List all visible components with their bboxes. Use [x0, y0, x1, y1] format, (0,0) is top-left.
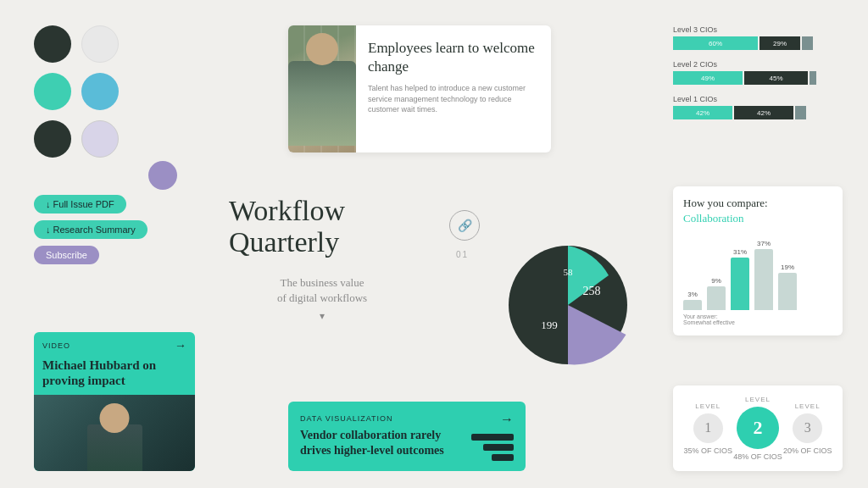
swatch-lavender [81, 120, 119, 158]
article-image [288, 25, 356, 152]
pie-label-58: 58 [564, 267, 574, 277]
level-2-item: LEVEL 2 48% OF CIOS [733, 396, 782, 461]
level-1-circle: 1 [693, 413, 723, 443]
barchart-level1-label: Level 1 CIOs [673, 95, 843, 103]
barchart-level1: Level 1 CIOs 42% 42% [673, 95, 843, 119]
level-section: LEVEL 1 35% OF CIOS LEVEL 2 48% OF CIOS … [673, 385, 843, 471]
person-figure [85, 403, 144, 471]
level-2-circle: 2 [737, 407, 779, 449]
compare-bar-2-value: 9% [711, 277, 721, 285]
video-card-header: VIDEO → [34, 332, 195, 356]
color-swatches [34, 25, 119, 158]
compare-bar-1-rect [683, 300, 702, 310]
level-2-label: LEVEL [745, 396, 771, 403]
workflow-section: WorkflowQuarterly The business valueof d… [229, 195, 415, 323]
dataviz-right: → [471, 412, 514, 461]
bar-seg-7: 42% [673, 106, 732, 119]
dataviz-title: Vendor collaboration rarely drives highe… [300, 428, 471, 458]
video-label: VIDEO [42, 341, 70, 350]
dataviz-bar-2 [483, 444, 514, 451]
level-3-percent: 20% OF CIOS [783, 446, 832, 455]
barchart-level2-row: 49% 45% [673, 71, 843, 85]
link-icon[interactable]: 🔗 [449, 210, 480, 241]
compare-bar-4-value: 37% [757, 240, 771, 247]
barchart-level1-row: 42% 42% [673, 106, 843, 119]
video-card[interactable]: VIDEO → Michael Hubbard on proving impac… [34, 332, 195, 471]
research-summary-button[interactable]: ↓ Research Summary [34, 220, 147, 239]
dataviz-card[interactable]: DATA VISUALIZATION Vendor collaboration … [288, 402, 526, 471]
compare-bar-5: 19% [778, 263, 797, 310]
article-person-figure [288, 33, 356, 146]
barchart-level2-label: Level 2 CIOs [673, 60, 843, 69]
bar-seg-6 [810, 71, 816, 85]
bar-seg-5: 45% [744, 71, 808, 85]
bar-seg-4: 49% [673, 71, 743, 85]
article-title: Employees learn to welcome change [368, 39, 539, 76]
level-3-circle: 3 [793, 413, 822, 443]
video-thumbnail [34, 395, 195, 471]
action-buttons: ↓ Full Issue PDF ↓ Research Summary Subs… [34, 195, 147, 264]
compare-bar-5-rect [778, 273, 797, 310]
level-2-number: 2 [753, 417, 762, 439]
article-card[interactable]: Employees learn to welcome change Talent… [288, 25, 551, 152]
full-issue-pdf-button[interactable]: ↓ Full Issue PDF [34, 195, 126, 214]
compare-bar-2-rect [707, 286, 726, 310]
bar-seg-2: 29% [760, 36, 800, 50]
barchart-level3: Level 3 CIOs 60% 29% [673, 25, 843, 50]
dataviz-content: DATA VISUALIZATION Vendor collaboration … [300, 414, 471, 458]
barchart-level2: Level 2 CIOs 49% 45% [673, 60, 843, 85]
workflow-dots: ▾ [229, 310, 415, 323]
pie-chart-svg: 258 199 58 [500, 237, 636, 373]
issue-number: 01 [456, 250, 469, 259]
person-head [100, 403, 130, 433]
compare-answer: Your answer:Somewhat effective [683, 313, 832, 325]
bar-seg-9 [795, 106, 806, 119]
level-2-percent: 48% OF CIOS [733, 452, 782, 461]
barchart-level3-label: Level 3 CIOs [673, 25, 843, 34]
link-symbol: 🔗 [458, 219, 472, 233]
swatch-purple-container [148, 161, 177, 190]
bar-charts-section: Level 3 CIOs 60% 29% Level 2 CIOs 49% 45… [673, 25, 843, 130]
swatch-dark-teal [34, 25, 71, 63]
compare-bar-3: 31% [731, 248, 749, 310]
workflow-subtitle: The business valueof digital workflows [229, 275, 415, 306]
compare-bar-4: 37% [754, 240, 773, 310]
compare-bar-1-value: 3% [687, 291, 698, 298]
level-1-item: LEVEL 1 35% OF CIOS [684, 402, 733, 455]
pie-label-258: 258 [583, 285, 601, 297]
swatch-purple [148, 161, 177, 190]
compare-bar-2: 9% [707, 277, 726, 310]
level-3-number: 3 [804, 420, 811, 435]
barchart-level3-row: 60% 29% [673, 36, 843, 50]
compare-bar-1: 3% [683, 291, 702, 310]
bar-seg-8: 42% [734, 106, 793, 119]
subscribe-button[interactable]: Subscribe [34, 246, 99, 264]
level-1-percent: 35% OF CIOS [684, 446, 733, 455]
dataviz-label: DATA VISUALIZATION [300, 414, 471, 423]
compare-subtitle: Collaboration [683, 212, 832, 225]
article-card-inner: Employees learn to welcome change Talent… [288, 25, 551, 152]
swatch-teal [34, 73, 71, 110]
swatch-light-gray [81, 25, 119, 63]
dataviz-arrow-icon: → [500, 412, 514, 427]
bar-seg-1: 60% [673, 36, 758, 50]
dataviz-bar-1 [471, 434, 514, 441]
compare-bar-3-value: 31% [733, 248, 747, 256]
level-3-label: LEVEL [795, 402, 821, 410]
swatch-dark-teal-2 [34, 120, 71, 158]
video-arrow-icon: → [175, 339, 186, 352]
pie-chart: 258 199 58 [500, 237, 636, 373]
article-content: Employees learn to welcome change Talent… [356, 25, 551, 152]
video-title: Michael Hubbard on proving impact [34, 356, 195, 395]
workflow-title: WorkflowQuarterly [229, 195, 415, 258]
pie-label-199: 199 [541, 319, 558, 331]
bar-seg-3 [802, 36, 813, 50]
level-1-number: 1 [704, 420, 711, 435]
compare-title: How you compare: [683, 197, 832, 210]
swatch-blue [81, 73, 119, 110]
compare-bar-3-rect [731, 258, 749, 310]
video-person-image [34, 395, 195, 471]
level-1-label: LEVEL [695, 402, 721, 410]
compare-bar-4-rect [754, 249, 773, 310]
article-body: Talent has helped to introduce a new cus… [368, 83, 539, 115]
